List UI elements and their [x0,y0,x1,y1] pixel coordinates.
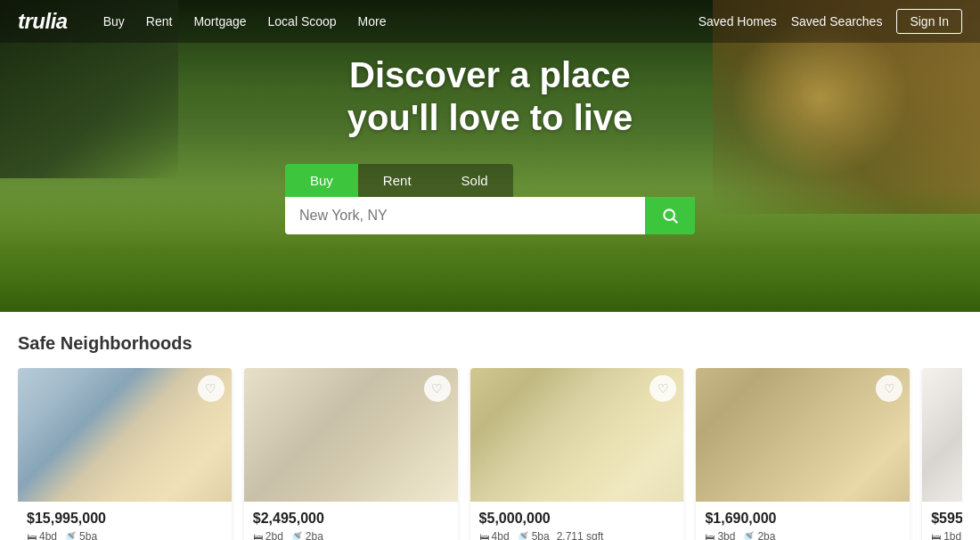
bed-icon: 🛏 [931,531,941,540]
listing-info: $1,690,000 🛏 3bd 🚿 2ba 565 Park Ave #2E … [696,502,910,540]
favorite-button[interactable]: ♡ [649,375,676,402]
saved-homes-link[interactable]: Saved Homes [698,14,777,29]
tab-rent[interactable]: Rent [358,164,437,197]
listing-details: 🛏 4bd 🚿 5ba 2,711 sqft [479,530,675,540]
bath-count: 5ba [79,530,97,540]
listing-price: $2,495,000 [253,511,449,527]
listing-details: 🛏 1bd 🚿 1ba [931,530,962,540]
nav-local-scoop[interactable]: Local Scoop [259,11,346,32]
bath-icon: 🚿 [742,531,755,541]
logo[interactable]: trulia [18,9,68,34]
bed-icon: 🛏 [705,531,715,540]
listing-info: $5,000,000 🛏 4bd 🚿 5ba 2,711 sqft 320 E … [470,502,684,540]
bed-icon: 🛏 [479,531,489,540]
listing-price: $15,995,000 [27,511,223,527]
bath-detail: 🚿 5ba [517,530,550,540]
logo-text: trulia [18,9,68,34]
search-icon [661,207,679,225]
listing-image [922,368,962,502]
search-input[interactable]: New York, NY [285,197,645,234]
bath-icon: 🚿 [290,531,303,541]
listing-image-wrap: ♡ [244,368,458,502]
bed-count: 2bd [265,530,283,540]
bed-count: 4bd [39,530,57,540]
listing-image-wrap: ♡ [470,368,684,502]
bath-icon: 🚿 [64,531,77,541]
search-tabs: Buy Rent Sold [285,164,695,197]
bath-count: 2ba [306,530,323,540]
listings-row: ♡ $15,995,000 🛏 4bd 🚿 5ba 829 [18,368,962,540]
section-title: Safe Neighborhoods [18,333,962,354]
hero-section: trulia Buy Rent Mortgage Local Scoop Mor… [0,0,980,312]
listing-info: $15,995,000 🛏 4bd 🚿 5ba 829 Park Ave Upp… [18,502,232,540]
nav-buy[interactable]: Buy [94,11,134,32]
listings-section: Safe Neighborhoods ♡ $15,995,000 🛏 4bd [0,312,980,540]
bed-count: 1bd [943,530,961,540]
signin-button[interactable]: Sign In [896,9,962,34]
svg-line-1 [674,219,678,224]
bed-icon: 🛏 [27,531,37,540]
search-bar: New York, NY [285,197,695,234]
bath-detail: 🚿 2ba [742,530,775,540]
listing-card[interactable]: ♡ $5,000,000 🛏 4bd 🚿 5ba 2,711 sqft [470,368,684,540]
hero-title: Discover a place you'll love to live [347,53,633,139]
sqft-detail: 2,711 sqft [557,530,604,540]
favorite-button[interactable]: ♡ [424,375,451,402]
favorite-button[interactable]: ♡ [198,375,225,402]
listing-image-wrap: ♡ [922,368,962,502]
listing-image-wrap: ♡ [18,368,232,502]
bath-detail: 🚿 2ba [290,530,323,540]
listing-details: 🛏 2bd 🚿 2ba [253,530,449,540]
bed-detail: 🛏 4bd [479,530,510,540]
tab-buy[interactable]: Buy [285,164,358,197]
bath-detail: 🚿 5ba [64,530,97,540]
listing-details: 🛏 4bd 🚿 5ba [27,530,223,540]
tab-sold[interactable]: Sold [437,164,513,197]
bed-count: 4bd [492,530,510,540]
listing-info: $595,000 🛏 1bd 🚿 1ba 45 Tudor City Pl #2… [922,502,962,540]
listing-price: $5,000,000 [479,511,675,527]
nav-more[interactable]: More [349,11,396,32]
listing-price: $595,000 [931,511,962,527]
listing-image-wrap: ♡ [696,368,910,502]
bed-count: 3bd [717,530,735,540]
bed-detail: 🛏 4bd [27,530,57,540]
favorite-button[interactable]: ♡ [876,375,902,402]
listing-info: $2,495,000 🛏 2bd 🚿 2ba 20 E 68th St #8C … [244,502,458,540]
bed-detail: 🛏 3bd [705,530,735,540]
search-container: Buy Rent Sold New York, NY [285,164,695,234]
listing-card[interactable]: ♡ $15,995,000 🛏 4bd 🚿 5ba 829 [18,368,232,540]
nav-links: Buy Rent Mortgage Local Scoop More [94,11,698,32]
bath-count: 2ba [757,530,775,540]
saved-searches-link[interactable]: Saved Searches [791,14,883,29]
listing-card[interactable]: ♡ $595,000 🛏 1bd 🚿 1ba 45 Tudo [922,368,962,540]
bed-detail: 🛏 1bd [931,530,961,540]
bath-count: 5ba [532,530,550,540]
nav-rent[interactable]: Rent [137,11,182,32]
listing-details: 🛏 3bd 🚿 2ba [705,530,901,540]
svg-point-0 [664,209,674,220]
bath-icon: 🚿 [517,531,529,541]
listing-card[interactable]: ♡ $1,690,000 🛏 3bd 🚿 2ba 565 P [696,368,910,540]
nav-right: Saved Homes Saved Searches Sign In [698,9,962,34]
listing-price: $1,690,000 [705,511,901,527]
hero-content: Discover a place you'll love to live Buy… [0,53,980,234]
listing-card[interactable]: ♡ $2,495,000 🛏 2bd 🚿 2ba 20 E [244,368,458,540]
nav-mortgage[interactable]: Mortgage [184,11,255,32]
navbar: trulia Buy Rent Mortgage Local Scoop Mor… [0,0,980,43]
search-button[interactable] [645,197,695,234]
bed-icon: 🛏 [253,531,263,540]
bed-detail: 🛏 2bd [253,530,283,540]
